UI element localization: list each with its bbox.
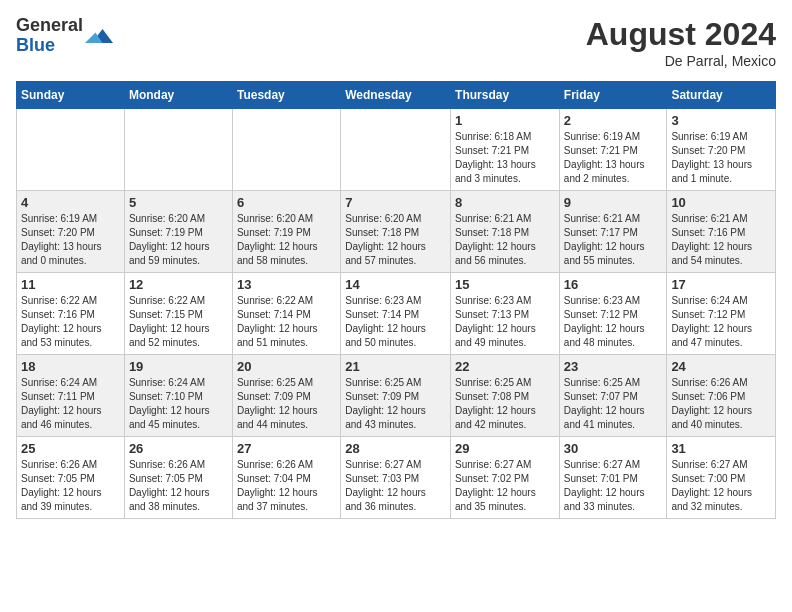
day-info: Sunrise: 6:24 AM Sunset: 7:12 PM Dayligh… bbox=[671, 294, 771, 350]
calendar-day-cell: 24Sunrise: 6:26 AM Sunset: 7:06 PM Dayli… bbox=[667, 355, 776, 437]
logo-blue-text: Blue bbox=[16, 35, 55, 55]
day-number: 22 bbox=[455, 359, 555, 374]
logo-general-text: General bbox=[16, 15, 83, 35]
day-info: Sunrise: 6:25 AM Sunset: 7:08 PM Dayligh… bbox=[455, 376, 555, 432]
calendar-day-cell: 17Sunrise: 6:24 AM Sunset: 7:12 PM Dayli… bbox=[667, 273, 776, 355]
day-info: Sunrise: 6:27 AM Sunset: 7:00 PM Dayligh… bbox=[671, 458, 771, 514]
calendar-day-cell bbox=[17, 109, 125, 191]
day-info: Sunrise: 6:20 AM Sunset: 7:19 PM Dayligh… bbox=[129, 212, 228, 268]
day-info: Sunrise: 6:23 AM Sunset: 7:12 PM Dayligh… bbox=[564, 294, 663, 350]
day-info: Sunrise: 6:24 AM Sunset: 7:11 PM Dayligh… bbox=[21, 376, 120, 432]
calendar-day-cell: 5Sunrise: 6:20 AM Sunset: 7:19 PM Daylig… bbox=[124, 191, 232, 273]
day-info: Sunrise: 6:26 AM Sunset: 7:05 PM Dayligh… bbox=[21, 458, 120, 514]
day-number: 31 bbox=[671, 441, 771, 456]
calendar-week-row: 11Sunrise: 6:22 AM Sunset: 7:16 PM Dayli… bbox=[17, 273, 776, 355]
weekday-header-monday: Monday bbox=[124, 82, 232, 109]
calendar-day-cell: 28Sunrise: 6:27 AM Sunset: 7:03 PM Dayli… bbox=[341, 437, 451, 519]
day-info: Sunrise: 6:19 AM Sunset: 7:20 PM Dayligh… bbox=[21, 212, 120, 268]
calendar-day-cell: 3Sunrise: 6:19 AM Sunset: 7:20 PM Daylig… bbox=[667, 109, 776, 191]
calendar-week-row: 18Sunrise: 6:24 AM Sunset: 7:11 PM Dayli… bbox=[17, 355, 776, 437]
day-info: Sunrise: 6:20 AM Sunset: 7:19 PM Dayligh… bbox=[237, 212, 336, 268]
day-info: Sunrise: 6:22 AM Sunset: 7:15 PM Dayligh… bbox=[129, 294, 228, 350]
page-header: General Blue August 2024 De Parral, Mexi… bbox=[16, 16, 776, 69]
day-info: Sunrise: 6:24 AM Sunset: 7:10 PM Dayligh… bbox=[129, 376, 228, 432]
calendar-day-cell: 11Sunrise: 6:22 AM Sunset: 7:16 PM Dayli… bbox=[17, 273, 125, 355]
day-number: 2 bbox=[564, 113, 663, 128]
calendar-day-cell bbox=[341, 109, 451, 191]
day-number: 9 bbox=[564, 195, 663, 210]
location-subtitle: De Parral, Mexico bbox=[586, 53, 776, 69]
weekday-header-sunday: Sunday bbox=[17, 82, 125, 109]
calendar-day-cell: 13Sunrise: 6:22 AM Sunset: 7:14 PM Dayli… bbox=[232, 273, 340, 355]
day-number: 20 bbox=[237, 359, 336, 374]
day-number: 27 bbox=[237, 441, 336, 456]
calendar-day-cell: 1Sunrise: 6:18 AM Sunset: 7:21 PM Daylig… bbox=[451, 109, 560, 191]
weekday-header-row: SundayMondayTuesdayWednesdayThursdayFrid… bbox=[17, 82, 776, 109]
day-number: 29 bbox=[455, 441, 555, 456]
title-block: August 2024 De Parral, Mexico bbox=[586, 16, 776, 69]
logo-icon bbox=[85, 22, 113, 50]
day-info: Sunrise: 6:25 AM Sunset: 7:09 PM Dayligh… bbox=[237, 376, 336, 432]
day-number: 4 bbox=[21, 195, 120, 210]
day-number: 24 bbox=[671, 359, 771, 374]
day-number: 18 bbox=[21, 359, 120, 374]
day-number: 6 bbox=[237, 195, 336, 210]
day-info: Sunrise: 6:19 AM Sunset: 7:21 PM Dayligh… bbox=[564, 130, 663, 186]
day-info: Sunrise: 6:18 AM Sunset: 7:21 PM Dayligh… bbox=[455, 130, 555, 186]
day-info: Sunrise: 6:23 AM Sunset: 7:13 PM Dayligh… bbox=[455, 294, 555, 350]
calendar-day-cell: 23Sunrise: 6:25 AM Sunset: 7:07 PM Dayli… bbox=[559, 355, 667, 437]
calendar-day-cell: 29Sunrise: 6:27 AM Sunset: 7:02 PM Dayli… bbox=[451, 437, 560, 519]
calendar-table: SundayMondayTuesdayWednesdayThursdayFrid… bbox=[16, 81, 776, 519]
day-info: Sunrise: 6:23 AM Sunset: 7:14 PM Dayligh… bbox=[345, 294, 446, 350]
day-number: 8 bbox=[455, 195, 555, 210]
month-year-title: August 2024 bbox=[586, 16, 776, 53]
day-info: Sunrise: 6:21 AM Sunset: 7:18 PM Dayligh… bbox=[455, 212, 555, 268]
calendar-day-cell: 16Sunrise: 6:23 AM Sunset: 7:12 PM Dayli… bbox=[559, 273, 667, 355]
calendar-week-row: 4Sunrise: 6:19 AM Sunset: 7:20 PM Daylig… bbox=[17, 191, 776, 273]
day-info: Sunrise: 6:21 AM Sunset: 7:17 PM Dayligh… bbox=[564, 212, 663, 268]
calendar-day-cell: 30Sunrise: 6:27 AM Sunset: 7:01 PM Dayli… bbox=[559, 437, 667, 519]
calendar-day-cell: 10Sunrise: 6:21 AM Sunset: 7:16 PM Dayli… bbox=[667, 191, 776, 273]
day-info: Sunrise: 6:27 AM Sunset: 7:03 PM Dayligh… bbox=[345, 458, 446, 514]
day-number: 23 bbox=[564, 359, 663, 374]
calendar-day-cell bbox=[232, 109, 340, 191]
calendar-day-cell: 2Sunrise: 6:19 AM Sunset: 7:21 PM Daylig… bbox=[559, 109, 667, 191]
day-number: 14 bbox=[345, 277, 446, 292]
day-info: Sunrise: 6:21 AM Sunset: 7:16 PM Dayligh… bbox=[671, 212, 771, 268]
day-info: Sunrise: 6:25 AM Sunset: 7:07 PM Dayligh… bbox=[564, 376, 663, 432]
calendar-day-cell: 4Sunrise: 6:19 AM Sunset: 7:20 PM Daylig… bbox=[17, 191, 125, 273]
calendar-day-cell: 19Sunrise: 6:24 AM Sunset: 7:10 PM Dayli… bbox=[124, 355, 232, 437]
calendar-day-cell: 22Sunrise: 6:25 AM Sunset: 7:08 PM Dayli… bbox=[451, 355, 560, 437]
day-info: Sunrise: 6:26 AM Sunset: 7:05 PM Dayligh… bbox=[129, 458, 228, 514]
calendar-day-cell: 9Sunrise: 6:21 AM Sunset: 7:17 PM Daylig… bbox=[559, 191, 667, 273]
day-number: 15 bbox=[455, 277, 555, 292]
day-number: 12 bbox=[129, 277, 228, 292]
day-info: Sunrise: 6:27 AM Sunset: 7:02 PM Dayligh… bbox=[455, 458, 555, 514]
day-info: Sunrise: 6:26 AM Sunset: 7:04 PM Dayligh… bbox=[237, 458, 336, 514]
day-number: 3 bbox=[671, 113, 771, 128]
calendar-day-cell: 25Sunrise: 6:26 AM Sunset: 7:05 PM Dayli… bbox=[17, 437, 125, 519]
weekday-header-saturday: Saturday bbox=[667, 82, 776, 109]
day-number: 11 bbox=[21, 277, 120, 292]
day-info: Sunrise: 6:27 AM Sunset: 7:01 PM Dayligh… bbox=[564, 458, 663, 514]
logo: General Blue bbox=[16, 16, 113, 56]
day-info: Sunrise: 6:22 AM Sunset: 7:16 PM Dayligh… bbox=[21, 294, 120, 350]
day-number: 5 bbox=[129, 195, 228, 210]
calendar-day-cell: 18Sunrise: 6:24 AM Sunset: 7:11 PM Dayli… bbox=[17, 355, 125, 437]
calendar-week-row: 1Sunrise: 6:18 AM Sunset: 7:21 PM Daylig… bbox=[17, 109, 776, 191]
day-number: 13 bbox=[237, 277, 336, 292]
day-number: 1 bbox=[455, 113, 555, 128]
calendar-day-cell: 31Sunrise: 6:27 AM Sunset: 7:00 PM Dayli… bbox=[667, 437, 776, 519]
calendar-day-cell: 12Sunrise: 6:22 AM Sunset: 7:15 PM Dayli… bbox=[124, 273, 232, 355]
day-number: 28 bbox=[345, 441, 446, 456]
day-number: 10 bbox=[671, 195, 771, 210]
weekday-header-friday: Friday bbox=[559, 82, 667, 109]
weekday-header-tuesday: Tuesday bbox=[232, 82, 340, 109]
calendar-week-row: 25Sunrise: 6:26 AM Sunset: 7:05 PM Dayli… bbox=[17, 437, 776, 519]
day-number: 25 bbox=[21, 441, 120, 456]
calendar-day-cell: 21Sunrise: 6:25 AM Sunset: 7:09 PM Dayli… bbox=[341, 355, 451, 437]
day-info: Sunrise: 6:19 AM Sunset: 7:20 PM Dayligh… bbox=[671, 130, 771, 186]
weekday-header-wednesday: Wednesday bbox=[341, 82, 451, 109]
day-info: Sunrise: 6:20 AM Sunset: 7:18 PM Dayligh… bbox=[345, 212, 446, 268]
calendar-day-cell: 8Sunrise: 6:21 AM Sunset: 7:18 PM Daylig… bbox=[451, 191, 560, 273]
